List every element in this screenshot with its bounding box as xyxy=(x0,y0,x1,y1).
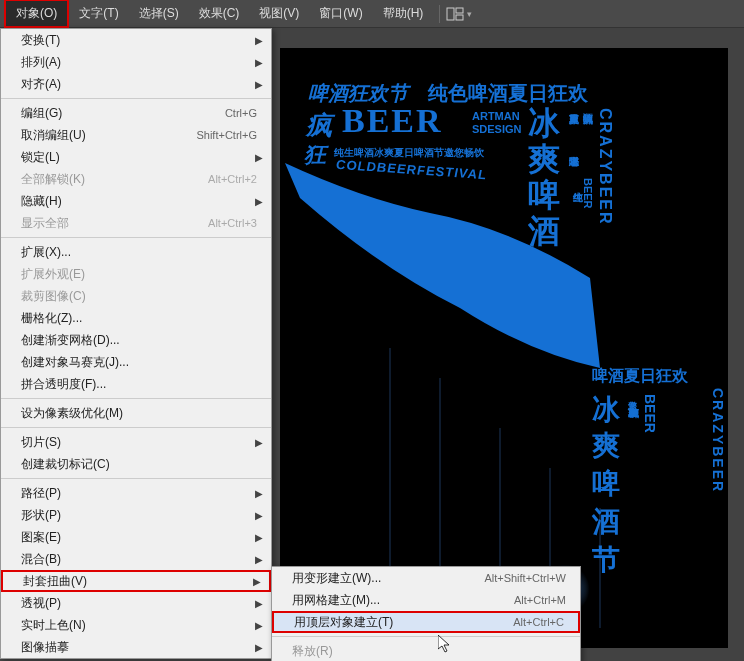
menu-item[interactable]: 扩展(X)... xyxy=(1,241,271,263)
typo-r5: 酒 xyxy=(592,503,742,541)
submenu-item[interactable]: 用网格建立(M)...Alt+Ctrl+M xyxy=(272,589,580,611)
menu-item[interactable]: 排列(A)▶ xyxy=(1,51,271,73)
menu-item[interactable]: 透视(P)▶ xyxy=(1,592,271,614)
menu-separator xyxy=(1,427,271,428)
cursor-icon xyxy=(438,635,454,655)
typo-r1: 啤酒夏日狂欢 xyxy=(592,366,742,387)
menu-item[interactable]: 封套扭曲(V)▶ xyxy=(1,570,271,592)
menu-separator xyxy=(272,636,580,637)
menu-item[interactable]: 创建对象马赛克(J)... xyxy=(1,351,271,373)
menu-item[interactable]: 对齐(A)▶ xyxy=(1,73,271,95)
menu-item: 裁剪图像(C) xyxy=(1,285,271,307)
menu-select[interactable]: 选择(S) xyxy=(129,1,189,26)
menu-separator xyxy=(1,478,271,479)
menu-item[interactable]: 创建裁切标记(C) xyxy=(1,453,271,475)
submenu-item[interactable]: 用顶层对象建立(T)Alt+Ctrl+C xyxy=(272,611,580,633)
svg-rect-0 xyxy=(447,8,454,20)
typo-subtitle: 纯色啤酒夏日狂欢 xyxy=(428,80,588,107)
chevron-down-icon: ▾ xyxy=(467,9,472,19)
menu-item: 显示全部Alt+Ctrl+3 xyxy=(1,212,271,234)
arrange-documents-icon[interactable] xyxy=(446,7,464,21)
menu-item[interactable]: 编组(G)Ctrl+G xyxy=(1,102,271,124)
submenu-item: 释放(R) xyxy=(272,640,580,661)
menu-window[interactable]: 窗口(W) xyxy=(309,1,372,26)
menu-item[interactable]: 路径(P)▶ xyxy=(1,482,271,504)
menu-item[interactable]: 栅格化(Z)... xyxy=(1,307,271,329)
menu-item[interactable]: 实时上色(N)▶ xyxy=(1,614,271,636)
typo-r2: 冰 xyxy=(592,391,620,429)
menu-item[interactable]: 变换(T)▶ xyxy=(1,29,271,51)
menu-item[interactable]: 图像描摹▶ xyxy=(1,636,271,658)
menu-item[interactable]: 拼合透明度(F)... xyxy=(1,373,271,395)
menu-help[interactable]: 帮助(H) xyxy=(373,1,434,26)
menu-item[interactable]: 隐藏(H)▶ xyxy=(1,190,271,212)
typo-rcrazy: CRAZYBEER xyxy=(710,388,726,493)
typo-rbeer: BEER xyxy=(642,394,658,433)
menu-item[interactable]: 切片(S)▶ xyxy=(1,431,271,453)
menu-separator xyxy=(1,398,271,399)
svg-rect-1 xyxy=(456,8,463,13)
menu-object[interactable]: 对象(O) xyxy=(4,0,69,28)
menu-type[interactable]: 文字(T) xyxy=(69,1,128,26)
envelope-distort-submenu: 用变形建立(W)...Alt+Shift+Ctrl+W用网格建立(M)...Al… xyxy=(271,566,581,661)
object-dropdown: 变换(T)▶排列(A)▶对齐(A)▶编组(G)Ctrl+G取消编组(U)Shif… xyxy=(0,28,272,659)
menu-effect[interactable]: 效果(C) xyxy=(189,1,250,26)
menu-item[interactable]: 设为像素级优化(M) xyxy=(1,402,271,424)
svg-rect-2 xyxy=(456,15,463,20)
menu-item[interactable]: 图案(E)▶ xyxy=(1,526,271,548)
menu-item: 扩展外观(E) xyxy=(1,263,271,285)
menu-separator xyxy=(1,237,271,238)
menu-item[interactable]: 形状(P)▶ xyxy=(1,504,271,526)
artboard[interactable]: 啤酒狂欢节 纯色啤酒夏日狂欢 疯 BEER ARTMAN SDESIGN 冰 冰… xyxy=(280,48,728,648)
typo-beer: BEER xyxy=(342,102,443,140)
menu-item: 全部解锁(K)Alt+Ctrl+2 xyxy=(1,168,271,190)
menu-item[interactable]: 创建渐变网格(D)... xyxy=(1,329,271,351)
typo-artman: ARTMAN xyxy=(472,110,520,122)
menubar: 对象(O) 文字(T) 选择(S) 效果(C) 视图(V) 窗口(W) 帮助(H… xyxy=(0,0,744,28)
menu-separator xyxy=(1,98,271,99)
submenu-item[interactable]: 用变形建立(W)...Alt+Shift+Ctrl+W xyxy=(272,567,580,589)
menu-item[interactable]: 锁定(L)▶ xyxy=(1,146,271,168)
typo-sdesign: SDESIGN xyxy=(472,123,522,135)
typo-char1: 疯 xyxy=(306,108,332,143)
menu-view[interactable]: 视图(V) xyxy=(249,1,309,26)
menubar-divider xyxy=(439,5,440,23)
menu-item[interactable]: 混合(B)▶ xyxy=(1,548,271,570)
typo-r6: 节 xyxy=(592,541,742,579)
menu-item[interactable]: 取消编组(U)Shift+Ctrl+G xyxy=(1,124,271,146)
